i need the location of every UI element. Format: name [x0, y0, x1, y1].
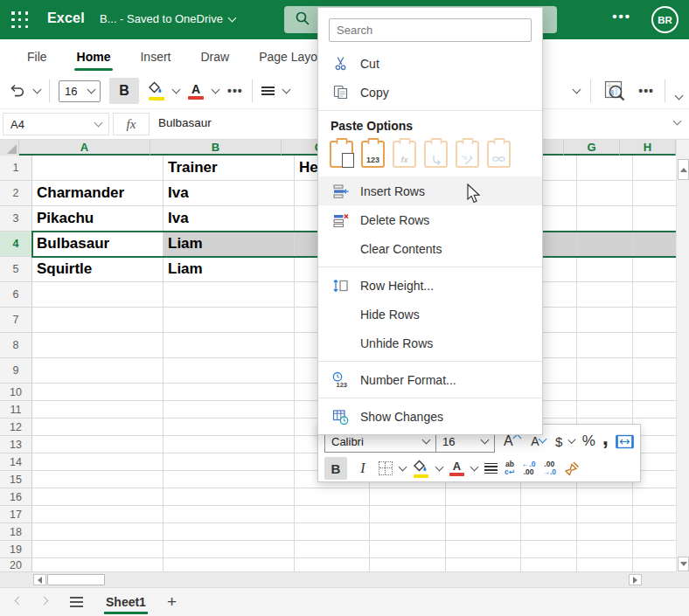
alignment-chevron-icon[interactable] — [282, 86, 290, 94]
cell-e19[interactable] — [446, 541, 521, 558]
cell-a14[interactable] — [32, 453, 164, 471]
column-header-b[interactable]: B — [150, 140, 282, 156]
cell-a5[interactable]: Squirtle — [32, 257, 164, 282]
cell-g20[interactable] — [577, 558, 633, 572]
cell-a8[interactable] — [32, 333, 164, 358]
cell-b19[interactable] — [164, 541, 295, 558]
row-header-8[interactable]: 8 — [0, 333, 32, 358]
undo-chevron-icon[interactable] — [33, 86, 42, 94]
cell-d20[interactable] — [370, 558, 446, 572]
menu-item-cut[interactable]: Cut — [318, 49, 542, 78]
cell-g2[interactable] — [577, 181, 633, 206]
scroll-down-button[interactable] — [678, 557, 689, 571]
cell-a17[interactable] — [32, 506, 164, 523]
fill-color-chevron-icon[interactable] — [172, 86, 181, 94]
cell-b11[interactable] — [164, 401, 295, 419]
cell-h11[interactable] — [633, 401, 676, 419]
cell-b4[interactable]: Liam — [164, 232, 295, 257]
row-header-16[interactable]: 16 — [0, 488, 32, 506]
font-size-select[interactable]: 16 — [59, 80, 101, 102]
row-header-4[interactable]: 4 — [0, 232, 32, 257]
avatar[interactable]: BR — [651, 6, 679, 33]
alignment-button[interactable] — [261, 85, 275, 97]
row-header-15[interactable]: 15 — [0, 471, 32, 488]
cell-h20[interactable] — [633, 558, 676, 572]
cell-a6[interactable] — [32, 282, 164, 308]
cell-b6[interactable] — [164, 282, 295, 308]
ribbon-overflow-button[interactable]: ••• — [638, 84, 654, 98]
cell-a11[interactable] — [32, 401, 164, 419]
context-menu-search-input[interactable] — [329, 18, 532, 42]
cell-a16[interactable] — [32, 488, 164, 506]
row-header-7[interactable]: 7 — [0, 308, 32, 333]
cell-c20[interactable] — [295, 558, 370, 572]
cell-b13[interactable] — [164, 436, 295, 453]
cell-h18[interactable] — [633, 523, 676, 541]
cell-g16[interactable] — [577, 488, 633, 506]
cell-g7[interactable] — [577, 308, 633, 333]
cell-g6[interactable] — [577, 282, 633, 308]
cell-a20[interactable] — [32, 558, 164, 572]
row-header-12[interactable]: 12 — [0, 419, 32, 436]
cell-d17[interactable] — [370, 506, 446, 523]
paste-link-icon[interactable] — [487, 141, 511, 168]
document-title[interactable]: B... - Saved to OneDrive — [100, 12, 235, 25]
cell-b8[interactable] — [164, 333, 295, 358]
cell-h17[interactable] — [633, 506, 676, 523]
row-header-5[interactable]: 5 — [0, 257, 32, 282]
row-header-20[interactable]: 20 — [0, 558, 32, 572]
cell-f19[interactable] — [521, 541, 577, 558]
cell-c19[interactable] — [295, 541, 370, 558]
cell-b20[interactable] — [164, 558, 295, 572]
cell-b18[interactable] — [164, 523, 295, 541]
prev-sheet-chevron-icon[interactable] — [15, 597, 24, 606]
name-box[interactable]: A4 — [3, 113, 109, 135]
cell-a12[interactable] — [32, 419, 164, 436]
scroll-right-button[interactable] — [629, 574, 642, 585]
cell-b5[interactable]: Liam — [164, 257, 295, 282]
sheet-tab-sheet1[interactable]: Sheet1 — [104, 590, 148, 614]
cell-g8[interactable] — [577, 333, 633, 358]
header-more-options-button[interactable]: ••• — [612, 9, 631, 24]
column-header-a[interactable]: A — [19, 140, 150, 156]
cell-e18[interactable] — [446, 523, 521, 541]
cell-a10[interactable] — [32, 384, 164, 401]
cell-g5[interactable] — [577, 257, 633, 282]
mini-fill-color-button[interactable] — [413, 460, 429, 478]
cell-g19[interactable] — [577, 541, 633, 558]
collapse-ribbon-chevron-icon[interactable] — [675, 92, 684, 100]
cell-e20[interactable] — [446, 558, 521, 572]
cell-b3[interactable]: Iva — [164, 206, 295, 232]
cell-a7[interactable] — [32, 308, 164, 333]
cell-g4[interactable] — [577, 232, 633, 257]
row-header-9[interactable]: 9 — [0, 358, 32, 384]
cell-g3[interactable] — [577, 206, 633, 232]
cell-b14[interactable] — [164, 453, 295, 471]
row-header-13[interactable]: 13 — [0, 436, 32, 453]
cell-h10[interactable] — [633, 384, 676, 401]
hidden-tool-chevron-icon[interactable] — [573, 86, 581, 94]
mini-font-color-chevron-icon[interactable] — [470, 463, 479, 472]
app-launcher-waffle-icon[interactable] — [11, 11, 29, 29]
cell-h3[interactable] — [633, 206, 676, 232]
mini-bold-button[interactable]: B — [324, 457, 347, 480]
tab-draw[interactable]: Draw — [185, 39, 244, 73]
cell-e16[interactable] — [446, 488, 521, 506]
cell-e17[interactable] — [446, 506, 521, 523]
cell-b16[interactable] — [164, 488, 295, 506]
cell-h2[interactable] — [633, 181, 676, 206]
cell-b7[interactable] — [164, 308, 295, 333]
paste-formatting-icon[interactable]: % — [456, 141, 479, 168]
cell-h9[interactable] — [633, 358, 676, 384]
percent-style-button[interactable]: % — [582, 433, 595, 450]
cell-b1[interactable]: Trainer — [164, 156, 295, 181]
mini-italic-button[interactable]: I — [354, 460, 372, 476]
paste-transpose-icon[interactable] — [424, 141, 448, 168]
menu-item-row-height[interactable]: Row Height... — [318, 271, 542, 300]
all-sheets-menu-icon[interactable] — [70, 597, 83, 606]
cell-a1[interactable] — [32, 156, 164, 181]
cell-a2[interactable]: Charmander — [32, 181, 164, 206]
comma-style-button[interactable]: , — [602, 424, 609, 451]
paste-formulas-icon[interactable]: fx — [393, 141, 416, 168]
menu-item-number-format[interactable]: 123Number Format... — [318, 365, 542, 394]
